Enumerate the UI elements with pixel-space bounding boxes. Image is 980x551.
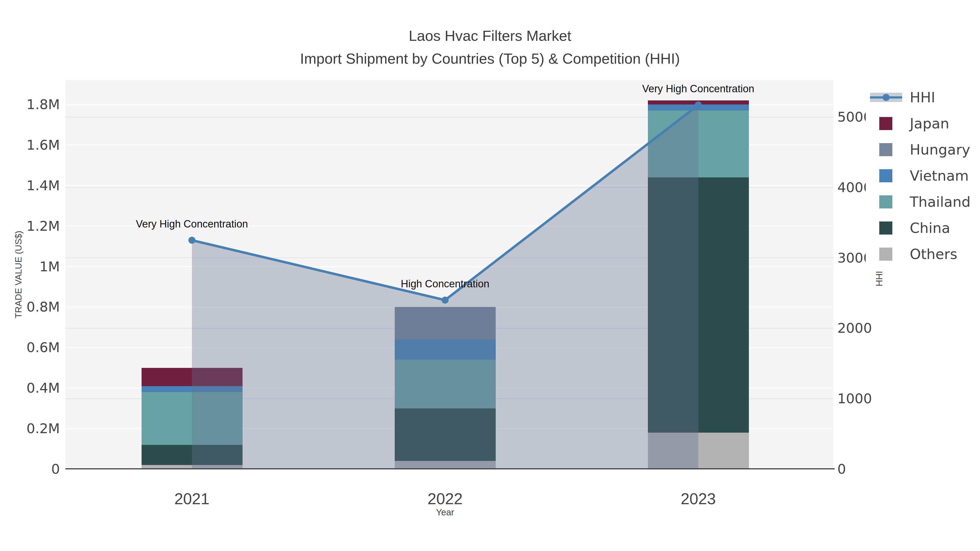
legend-item-vietnam[interactable]: Vietnam [865, 163, 980, 189]
y-left-tick-1M: 1M [0, 259, 60, 275]
y-left-tick-0.4M: 0.4M [0, 380, 60, 396]
y-left-tick-0.2M: 0.2M [0, 421, 60, 437]
hhi-line-layer [65, 80, 834, 469]
y-left-tick-0.8M: 0.8M [0, 299, 60, 315]
legend-color-swatch [865, 143, 910, 156]
annotation-2022: High Concentration [401, 278, 489, 289]
hhi-marker-2022[interactable] [442, 297, 449, 304]
legend: HHIJapanHungaryVietnamThailandChinaOther… [865, 84, 980, 269]
y-right-tick-1000: 1000 [837, 391, 872, 407]
legend-item-hhi[interactable]: HHI [865, 84, 980, 111]
legend-color-swatch [865, 169, 910, 182]
legend-label: HHI [910, 89, 935, 106]
y-left-tick-1.8M: 1.8M [0, 97, 60, 113]
legend-item-others[interactable]: Others [865, 241, 980, 267]
y-left-tick-1.6M: 1.6M [0, 137, 60, 153]
legend-label: Hungary [910, 141, 970, 158]
legend-label: China [910, 220, 950, 236]
hhi-marker-2021[interactable] [188, 237, 196, 244]
y-right-tick-0: 0 [837, 461, 846, 477]
chart-title: Laos Hvac Filters Market [0, 27, 980, 44]
x-tick-2021: 2021 [174, 489, 209, 508]
x-axis-title: Year [0, 507, 890, 518]
legend-item-china[interactable]: China [865, 215, 980, 241]
legend-color-swatch [865, 248, 910, 261]
legend-label: Others [910, 246, 958, 262]
y-left-axis-title: TRADE VALUE (US$) [13, 193, 24, 356]
y-left-tick-0.6M: 0.6M [0, 340, 60, 356]
legend-color-swatch [865, 221, 910, 235]
legend-item-hungary[interactable]: Hungary [865, 137, 980, 163]
chart-canvas: Laos Hvac Filters Market Import Shipment… [0, 0, 980, 551]
legend-label: Vietnam [910, 168, 969, 184]
x-tick-2022: 2022 [427, 489, 463, 508]
x-axis-line [65, 468, 835, 469]
y-left-tick-1.4M: 1.4M [0, 178, 60, 194]
y-right-tick-2000: 2000 [837, 320, 872, 336]
annotation-2021: Very High Concentration [136, 218, 248, 230]
legend-item-thailand[interactable]: Thailand [865, 189, 980, 215]
y-left-tick-0: 0 [0, 461, 60, 477]
legend-color-swatch [865, 117, 910, 130]
hhi-marker-2023[interactable] [695, 102, 702, 109]
legend-label: Thailand [910, 194, 970, 210]
y-left-tick-1.2M: 1.2M [0, 218, 60, 234]
legend-color-swatch [865, 195, 910, 208]
x-tick-2023: 2023 [681, 489, 716, 508]
legend-line-swatch [865, 93, 910, 102]
legend-label: Japan [910, 115, 949, 132]
chart-subtitle: Import Shipment by Countries (Top 5) & C… [0, 50, 980, 67]
legend-item-japan[interactable]: Japan [865, 111, 980, 137]
annotation-2023: Very High Concentration [642, 83, 754, 95]
